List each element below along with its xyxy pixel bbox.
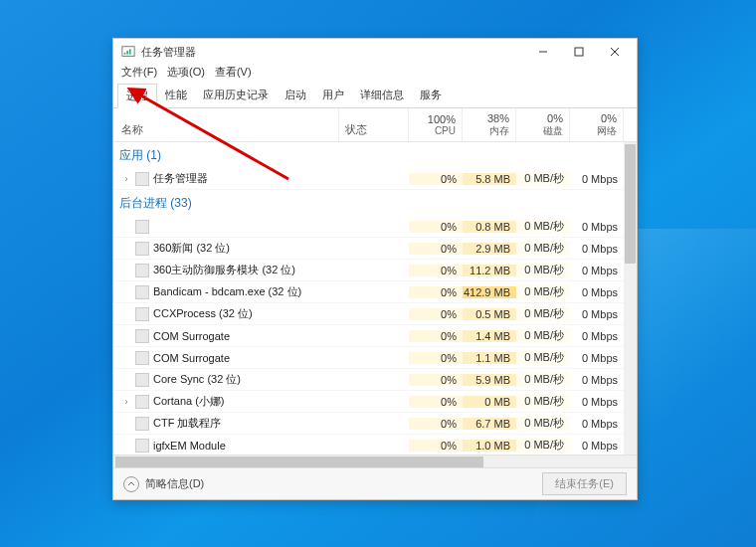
cell-net: 0 Mbps (570, 374, 624, 386)
process-icon (135, 285, 149, 299)
maximize-button[interactable] (561, 40, 597, 64)
tab-1[interactable]: 性能 (157, 84, 195, 107)
process-row[interactable]: COM Surrogate0%1.4 MB0 MB/秒0 Mbps (113, 325, 637, 347)
cell-disk: 0 MB/秒 (516, 438, 570, 453)
cell-mem: 412.9 MB (463, 286, 516, 298)
horizontal-scrollbar[interactable] (113, 455, 637, 467)
process-list[interactable]: 应用 (1)›任务管理器0%5.8 MB0 MB/秒0 Mbps后台进程 (33… (113, 142, 637, 455)
cell-net: 0 Mbps (570, 330, 624, 342)
tab-2[interactable]: 应用历史记录 (195, 84, 277, 107)
svg-rect-5 (575, 48, 583, 56)
process-name: COM Surrogate (153, 330, 230, 342)
cell-net: 0 Mbps (570, 265, 624, 276)
process-row[interactable]: 360主动防御服务模块 (32 位)0%11.2 MB0 MB/秒0 Mbps (113, 260, 637, 281)
cell-cpu: 0% (409, 330, 463, 342)
disk-label: 磁盘 (522, 124, 563, 138)
tab-0[interactable]: 进程 (117, 84, 157, 108)
cell-cpu: 0% (409, 352, 463, 364)
vertical-scrollbar[interactable] (624, 142, 637, 455)
svg-rect-3 (129, 49, 131, 54)
close-button[interactable] (597, 40, 633, 64)
tab-4[interactable]: 用户 (314, 84, 352, 107)
cell-mem: 5.8 MB (463, 173, 516, 185)
cell-mem: 0.5 MB (463, 308, 516, 320)
cell-cpu: 0% (409, 221, 463, 233)
process-row[interactable]: 0%0.8 MB0 MB/秒0 Mbps (113, 216, 637, 238)
cell-cpu: 0% (409, 173, 463, 185)
cell-disk: 0 MB/秒 (516, 263, 570, 277)
column-cpu[interactable]: 100% CPU (409, 108, 463, 141)
horizontal-scroll-thumb[interactable] (115, 456, 483, 467)
column-status[interactable]: 状态 (339, 108, 409, 141)
cell-mem: 6.7 MB (463, 418, 516, 430)
process-icon (135, 439, 149, 453)
cell-disk: 0 MB/秒 (516, 372, 570, 387)
cell-disk: 0 MB/秒 (516, 350, 570, 365)
process-name: 360新闻 (32 位) (153, 241, 230, 256)
column-name-label: 名称 (121, 122, 143, 137)
process-row[interactable]: Core Sync (32 位)0%5.9 MB0 MB/秒0 Mbps (113, 369, 637, 391)
cell-disk: 0 MB/秒 (516, 416, 570, 431)
cell-cpu: 0% (409, 418, 463, 430)
process-row[interactable]: COM Surrogate0%1.1 MB0 MB/秒0 Mbps (113, 347, 637, 369)
process-name: igfxEM Module (153, 440, 226, 452)
process-name: 360主动防御服务模块 (32 位) (153, 263, 295, 277)
tab-3[interactable]: 启动 (277, 84, 314, 107)
process-icon (135, 417, 149, 431)
cell-net: 0 Mbps (570, 396, 624, 408)
chevron-up-icon (123, 476, 139, 492)
cell-disk: 0 MB/秒 (516, 171, 570, 186)
process-name: CTF 加载程序 (153, 416, 221, 431)
cell-mem: 5.9 MB (463, 374, 516, 386)
end-task-button[interactable]: 结束任务(E) (542, 472, 627, 495)
process-row[interactable]: ›任务管理器0%5.8 MB0 MB/秒0 Mbps (113, 168, 637, 190)
app-icon (121, 45, 135, 59)
process-row[interactable]: CCXProcess (32 位)0%0.5 MB0 MB/秒0 Mbps (113, 303, 637, 325)
cell-cpu: 0% (409, 286, 463, 298)
process-icon (135, 351, 149, 365)
minimize-button[interactable] (525, 40, 561, 64)
process-name: 任务管理器 (153, 171, 208, 186)
process-row[interactable]: Bandicam - bdcam.exe (32 位)0%412.9 MB0 M… (113, 281, 637, 303)
cell-disk: 0 MB/秒 (516, 219, 570, 234)
process-row[interactable]: CTF 加载程序0%6.7 MB0 MB/秒0 Mbps (113, 413, 637, 435)
menubar: 文件(F) 选项(O) 查看(V) (113, 65, 637, 84)
disk-percent-label: 0% (522, 112, 563, 124)
expand-chevron-icon[interactable]: › (121, 397, 131, 407)
process-icon (135, 220, 149, 234)
net-percent-label: 0% (576, 112, 617, 124)
column-network[interactable]: 0% 网络 (570, 108, 624, 141)
cell-mem: 0.8 MB (463, 221, 516, 233)
expand-chevron-icon[interactable]: › (121, 174, 131, 184)
titlebar[interactable]: 任务管理器 (113, 39, 637, 65)
group-header[interactable]: 应用 (1) (113, 142, 637, 168)
cell-disk: 0 MB/秒 (516, 306, 570, 321)
process-name: Core Sync (32 位) (153, 372, 241, 387)
menu-options[interactable]: 选项(O) (167, 65, 205, 80)
process-icon (135, 307, 149, 321)
cell-cpu: 0% (409, 396, 463, 408)
column-name[interactable]: 名称 (113, 108, 339, 141)
column-memory[interactable]: 38% 内存 (463, 108, 516, 141)
group-header[interactable]: 后台进程 (33) (113, 190, 637, 216)
column-disk[interactable]: 0% 磁盘 (516, 108, 570, 141)
process-name: CCXProcess (32 位) (153, 306, 253, 321)
cell-net: 0 Mbps (570, 173, 624, 185)
tab-6[interactable]: 服务 (412, 84, 450, 107)
process-icon (135, 242, 149, 256)
process-icon (135, 172, 149, 186)
fewer-details-button[interactable]: 简略信息(D) (123, 476, 204, 492)
fewer-details-label: 简略信息(D) (145, 476, 204, 491)
process-row[interactable]: 360新闻 (32 位)0%2.9 MB0 MB/秒0 Mbps (113, 238, 637, 260)
process-icon (135, 395, 149, 409)
mem-percent-label: 38% (469, 112, 509, 124)
process-row[interactable]: ›Cortana (小娜)0%0 MB0 MB/秒0 Mbps (113, 391, 637, 413)
cell-cpu: 0% (409, 243, 463, 255)
process-name: Cortana (小娜) (153, 394, 225, 409)
menu-file[interactable]: 文件(F) (121, 65, 157, 80)
tab-5[interactable]: 详细信息 (352, 84, 412, 107)
column-status-label: 状态 (345, 122, 367, 137)
vertical-scroll-thumb[interactable] (625, 144, 636, 264)
process-row[interactable]: igfxEM Module0%1.0 MB0 MB/秒0 Mbps (113, 435, 637, 455)
menu-view[interactable]: 查看(V) (215, 65, 252, 80)
